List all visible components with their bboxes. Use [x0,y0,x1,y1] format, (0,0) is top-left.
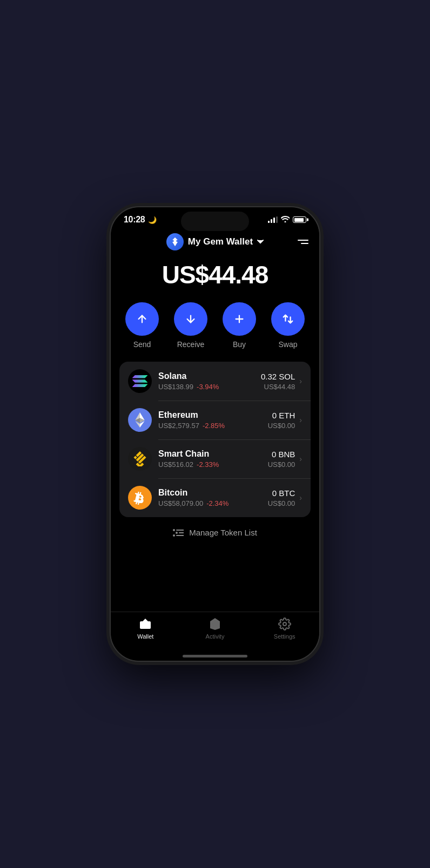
signal-icon [268,216,278,223]
status-icons [268,216,306,224]
wallet-selector[interactable]: My Gem Wallet [166,233,264,250]
send-icon-circle [125,302,159,336]
solana-chevron-icon: › [299,377,302,385]
bnb-logo [128,447,152,471]
token-item-bnb[interactable]: Smart Chain US$516.02 -2.33% 0 BNB US$0.… [119,439,311,478]
token-item-ethereum[interactable]: Ethereum US$2,579.57 -2.85% 0 ETH US$0.0… [119,401,311,439]
manage-token-list-button[interactable]: Manage Token List [111,517,319,548]
manage-token-label: Manage Token List [189,528,257,537]
ethereum-balance: 0 ETH US$0.00 [268,411,295,430]
svg-point-12 [173,534,175,537]
buy-button[interactable]: Buy [223,302,256,349]
receive-icon-circle [174,302,207,336]
token-item-bitcoin[interactable]: Bitcoin US$58,079.00 -2.34% 0 BTC US$0.0… [119,478,311,517]
token-list: Solana US$138.99 -3.94% 0.32 SOL US$44.4… [119,362,311,517]
svg-point-10 [173,529,175,531]
ethereum-logo [128,408,152,432]
balance-amount: US$44.48 [122,260,308,289]
settings-nav-label: Settings [274,633,295,640]
nav-activity[interactable]: Activity [180,618,250,640]
bitcoin-price: US$58,079.00 [158,499,203,507]
ethereum-price: US$2,579.57 [158,422,199,430]
svg-point-15 [176,532,178,534]
home-indicator [183,655,247,657]
solana-value: US$44.48 [261,383,295,391]
wallet-logo [166,233,184,250]
bnb-value: US$0.00 [268,460,295,469]
receive-button[interactable]: Receive [174,302,207,349]
solana-logo [128,369,152,393]
buy-label: Buy [233,340,246,349]
token-item-solana[interactable]: Solana US$138.99 -3.94% 0.32 SOL US$44.4… [119,362,311,401]
bottom-nav: Wallet Activity Settings [111,612,319,655]
bitcoin-name: Bitcoin [158,488,268,498]
activity-nav-icon [209,618,221,630]
phone-screen: 10:28 🌙 [111,207,319,661]
header: My Gem Wallet [111,227,319,255]
solana-info: Solana US$138.99 -3.94% [158,371,261,391]
status-time: 10:28 [124,215,145,225]
svg-point-16 [283,622,286,626]
ethereum-amount: 0 ETH [268,411,295,420]
bitcoin-change: -2.34% [206,499,229,507]
receive-label: Receive [177,340,205,349]
ethereum-chevron-icon: › [299,416,302,424]
wallet-name: My Gem Wallet [188,236,253,247]
wallet-nav-label: Wallet [137,633,153,640]
nav-wallet[interactable]: Wallet [111,618,180,640]
main-content: My Gem Wallet US$44.48 [111,227,319,612]
bitcoin-info: Bitcoin US$58,079.00 -2.34% [158,488,268,507]
swap-button[interactable]: Swap [271,302,305,349]
phone-frame: 10:28 🌙 [110,206,320,662]
action-buttons: Send Receive [111,302,319,362]
bnb-balance: 0 BNB US$0.00 [268,450,295,469]
send-label: Send [133,340,151,349]
send-button[interactable]: Send [125,302,159,349]
wallet-nav-icon [139,618,152,630]
battery-icon [293,216,306,223]
bnb-name: Smart Chain [158,449,268,459]
activity-nav-label: Activity [206,633,225,640]
wifi-icon [281,216,290,224]
bnb-change: -2.33% [197,460,219,469]
btc-logo [128,486,152,510]
bitcoin-chevron-icon: › [299,493,302,502]
solana-balance: 0.32 SOL US$44.48 [261,372,295,391]
menu-icon[interactable] [298,240,308,244]
bitcoin-value: US$0.00 [268,499,295,507]
manage-token-icon [173,528,184,537]
solana-amount: 0.32 SOL [261,372,295,381]
solana-name: Solana [158,371,261,381]
nav-settings[interactable]: Settings [250,618,319,640]
ethereum-name: Ethereum [158,410,268,420]
solana-price: US$138.99 [158,383,193,391]
balance-section: US$44.48 [111,255,319,302]
bnb-amount: 0 BNB [268,450,295,459]
buy-icon-circle [223,302,256,336]
swap-label: Swap [278,340,297,349]
solana-change: -3.94% [197,383,219,391]
bnb-chevron-icon: › [299,455,302,463]
bitcoin-balance: 0 BTC US$0.00 [268,489,295,507]
settings-nav-icon [278,618,291,630]
bnb-price: US$516.02 [158,460,193,469]
bitcoin-amount: 0 BTC [268,489,295,498]
ethereum-value: US$0.00 [268,422,295,430]
moon-icon: 🌙 [148,216,157,224]
bnb-info: Smart Chain US$516.02 -2.33% [158,449,268,469]
swap-icon-circle [271,302,305,336]
ethereum-info: Ethereum US$2,579.57 -2.85% [158,410,268,430]
ethereum-change: -2.85% [203,422,225,430]
chevron-down-icon [257,240,264,244]
